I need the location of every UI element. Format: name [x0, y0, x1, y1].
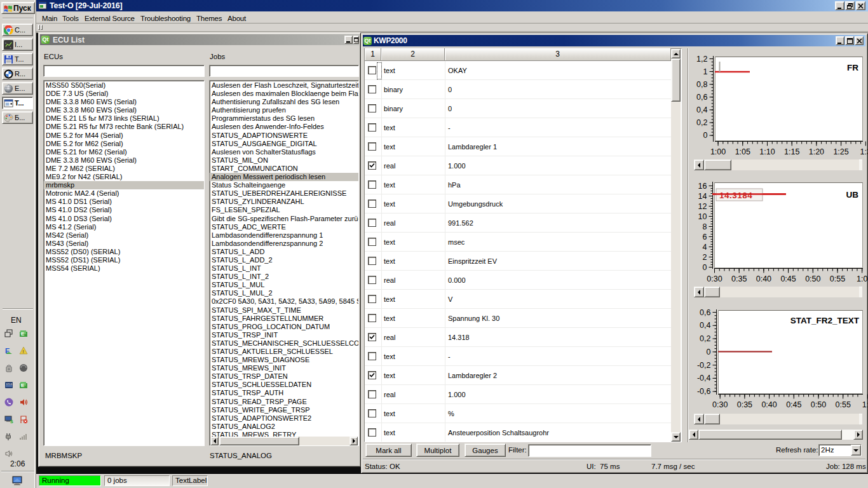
svg-text:STLK: STLK — [6, 383, 13, 386]
svg-text:1:00: 1:00 — [710, 147, 726, 156]
svg-text:-0,2: -0,2 — [697, 361, 711, 370]
svg-text:1:15: 1:15 — [784, 147, 799, 156]
svg-text:0: 0 — [707, 348, 711, 356]
svg-text:S: S — [10, 419, 13, 424]
svg-text:6: 6 — [703, 233, 707, 241]
svg-text:E: E — [21, 331, 25, 337]
svg-text:0,6: 0,6 — [700, 308, 710, 317]
svg-text:8: 8 — [703, 222, 707, 231]
svg-text:UB: UB — [846, 190, 859, 200]
svg-text:0:45: 0:45 — [786, 400, 801, 409]
svg-text:1,2: 1,2 — [696, 55, 707, 64]
svg-text:-0,4: -0,4 — [697, 374, 711, 383]
svg-text:0: 0 — [703, 131, 708, 140]
svg-text:14: 14 — [698, 192, 707, 201]
svg-text:2: 2 — [703, 253, 707, 262]
svg-text:0,4: 0,4 — [696, 105, 707, 114]
svg-text:1:0: 1:0 — [857, 274, 867, 283]
svg-text:0,4: 0,4 — [700, 321, 710, 330]
svg-text:-0,6: -0,6 — [697, 387, 711, 396]
svg-text:1:05: 1:05 — [735, 147, 750, 156]
svg-text:0:55: 0:55 — [830, 274, 845, 283]
svg-text:0:35: 0:35 — [737, 400, 752, 409]
svg-text:0,6: 0,6 — [696, 93, 707, 102]
svg-text:0,2: 0,2 — [696, 118, 707, 127]
svg-text:0,2: 0,2 — [700, 334, 710, 343]
svg-text:E: E — [21, 383, 25, 388]
svg-text:0:55: 0:55 — [836, 400, 851, 409]
svg-text:0:30: 0:30 — [707, 274, 722, 283]
svg-text:0:40: 0:40 — [756, 274, 771, 283]
svg-text:0:40: 0:40 — [761, 400, 776, 409]
svg-text:0:35: 0:35 — [731, 274, 747, 283]
svg-text:x: x — [10, 46, 11, 49]
svg-text:1:0: 1:0 — [862, 400, 868, 409]
svg-text:0:45: 0:45 — [780, 274, 796, 283]
svg-text:0:50: 0:50 — [811, 400, 826, 409]
svg-text:4: 4 — [703, 243, 707, 252]
svg-text:12: 12 — [698, 202, 707, 211]
svg-text:STAT_FR2_TEXT: STAT_FR2_TEXT — [790, 316, 860, 325]
svg-text:10: 10 — [698, 212, 707, 221]
svg-text:1: 1 — [703, 67, 708, 76]
svg-text:0:30: 0:30 — [712, 400, 728, 409]
svg-text:n: n — [5, 41, 6, 44]
svg-text:14.3184: 14.3184 — [719, 191, 752, 200]
svg-text:16: 16 — [698, 182, 707, 191]
svg-text:1:3: 1:3 — [860, 147, 868, 156]
svg-text:0: 0 — [703, 263, 707, 272]
svg-text:0:50: 0:50 — [805, 274, 820, 283]
svg-text:1:20: 1:20 — [809, 147, 824, 156]
svg-text:FR: FR — [847, 63, 858, 72]
svg-text:1:25: 1:25 — [833, 147, 848, 156]
svg-text:!: ! — [23, 349, 24, 355]
svg-text:0,8: 0,8 — [696, 80, 707, 89]
svg-text:1:10: 1:10 — [759, 147, 775, 156]
